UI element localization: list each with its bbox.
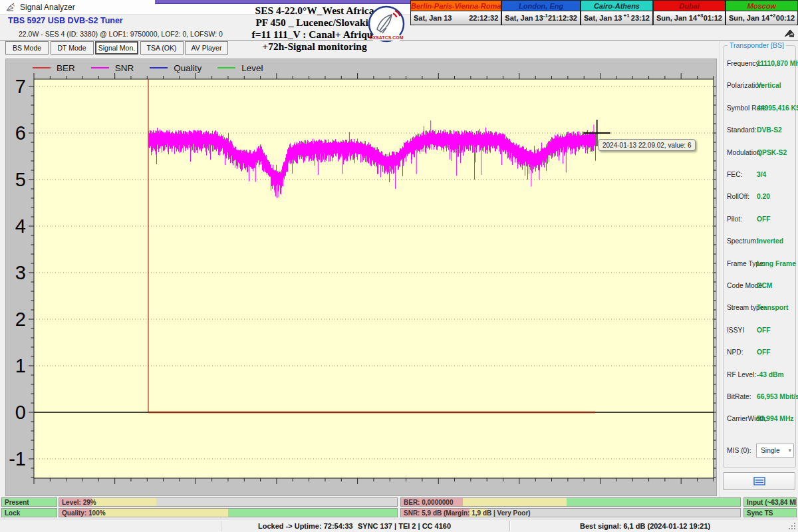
clock-time-text: 00:12 [776, 14, 795, 22]
transponder-row: Pilot:OFF [724, 215, 797, 225]
bar-label: Lock [5, 509, 20, 517]
mis-dropdown[interactable]: Single ▾ [756, 444, 794, 458]
transponder-row-label: ISSYI [727, 327, 744, 334]
chart-tooltip: 2024-01-13 22.09.02, value: 6 [598, 139, 696, 151]
transponder-row-value: 0.20 [757, 193, 770, 200]
clock-date-text: Sat, Jan 13 [584, 14, 622, 22]
monitoring-header: SES 4-22.0°W_West Africa PF 450 _ Lucene… [249, 5, 380, 53]
transponder-row-value: OFF [757, 348, 771, 356]
transponder-panel: Transponder [BS] Frequency:11110,870 MHz… [720, 41, 798, 497]
clock-time-text: 22:12:32 [469, 14, 498, 22]
transponder-row-value: Transport [757, 304, 789, 311]
transponder-row-value: OFF [757, 215, 771, 223]
chevron-down-icon: ▾ [788, 447, 791, 454]
statusbar-separator [509, 521, 510, 531]
clock-utc-offset: +3 [697, 13, 704, 19]
clock-utc-offset: -1 [543, 13, 548, 19]
tab-signal-mon-[interactable]: Signal Mon. [95, 41, 138, 55]
signal-chart-region: BERSNRQualityLevel -101234567 2024-01-13… [5, 59, 717, 496]
bar-segment [567, 498, 740, 506]
clock-date-text: Sun, Jan 14 [656, 14, 697, 22]
transponder-row: Polarization:Vertical [724, 82, 797, 91]
app-satellite-icon [5, 2, 16, 13]
transponder-row-value: DVB-S2 [757, 126, 782, 134]
bar-segment [92, 509, 228, 517]
transponder-row-value: Long Frame [757, 260, 796, 267]
statusbar-sync: SYNC 137 | TEI 2 | CC 4160 [358, 522, 451, 530]
header-line-2: PF 450 _ Lucenec/Slovakia [249, 17, 380, 29]
svg-text:1: 1 [15, 355, 26, 376]
transponder-row: Standard:DVB-S2 [724, 126, 797, 136]
clock-time-text: 23:12 [631, 14, 650, 22]
svg-text:6: 6 [15, 122, 26, 144]
bar-label: Level: 29% [62, 498, 96, 507]
bar-segment [228, 509, 397, 517]
transponder-row: Modulation:QPSK-S2 [724, 149, 797, 158]
clock-4: DubaiSun, Jan 14+301:12 [653, 1, 726, 25]
clock-datetime: Sun, Jan 14+301:12 [654, 11, 725, 25]
statusbar-separator [221, 521, 221, 531]
clock-datetime: Sat, Jan 13-121:12:32 [502, 11, 580, 25]
clock-date-text: Sun, Jan 14 [729, 14, 769, 22]
transponder-group-title: Transponder [BS] [728, 41, 786, 49]
tab-bs-mode[interactable]: BS Mode [5, 41, 49, 55]
transponder-row: RF Level:-43 dBm [724, 371, 797, 380]
transponder-row-value: CCM [757, 282, 772, 289]
clock-time-text: 01:12 [704, 14, 722, 22]
signal-chart-plot[interactable]: -101234567 [6, 59, 716, 495]
clock-city-label: Dubai [654, 1, 725, 11]
transponder-row: RollOff:0.20 [724, 193, 797, 202]
bar-label: Present [5, 498, 29, 507]
dxsatcs-logo: DXSATCS.COM [368, 5, 405, 43]
satellite-mini-icon [782, 27, 795, 39]
transponder-row-value: 53,994 MHz [757, 415, 794, 422]
transponder-row-value: Vertical [757, 82, 781, 89]
clock-datetime: Sun, Jan 14+200:12 [726, 11, 797, 25]
transponder-row: Stream type:Transport [724, 304, 797, 313]
clock-1: Berlin-Paris-Vienna-RomaSat, Jan 1322:12… [410, 1, 501, 25]
clock-time-text: 21:12:32 [548, 14, 577, 22]
header-line-1: SES 4-22.0°W_West Africa [249, 5, 380, 17]
transponder-row-value: 11110,870 MHz [757, 60, 798, 67]
monitor-bar-present: Present [1, 497, 57, 507]
tab-tsa-ok-[interactable]: TSA (OK) [140, 41, 184, 55]
monitor-bar-ber: BER: 0,0000000 [400, 497, 741, 507]
transponder-row-value: QPSK-S2 [757, 149, 787, 156]
clock-city-label: Berlin-Paris-Vienna-Roma [411, 1, 501, 11]
resize-grip-icon[interactable] [788, 522, 797, 531]
transponder-row-label: FEC: [727, 171, 742, 178]
transponder-row: CarrierWidth:53,994 MHz [724, 415, 797, 424]
transponder-row-label: RF Level: [727, 371, 756, 378]
statusbar-best-signal: Best signal: 6,1 dB (2024-01-12 19:21) [580, 522, 710, 530]
world-clocks: Berlin-Paris-Vienna-RomaSat, Jan 1322:12… [410, 0, 798, 25]
transponder-group: Transponder [BS] Frequency:11110,870 MHz… [723, 45, 796, 468]
monitor-bar-sync-ts: Sync TS [743, 508, 797, 517]
clock-utc-offset: +2 [769, 13, 776, 19]
transponder-row: Symbol Rate:44995,416 KS/s [724, 104, 797, 114]
transponder-row-value: Inverted [757, 237, 783, 245]
tab-dt-mode[interactable]: DT Mode [51, 41, 94, 55]
transponder-row-label: BitRate: [727, 393, 751, 400]
bar-label: SNR: 5,9 dB (Margin: 1,9 dB | Very Poor) [404, 509, 531, 517]
stream-list-button[interactable] [723, 472, 795, 490]
transponder-row-value: -43 dBm [757, 371, 784, 378]
svg-text:-1: -1 [9, 448, 26, 469]
header-subtitle: +72h-Signal monitoring [249, 41, 380, 53]
monitor-bar-input-63-84-mbps-: Input (~63,84 Mbps) [743, 497, 797, 507]
tuner-details: 22.0W - SES 4 (ID: 3380) @ LOF1: 9750000… [19, 30, 223, 38]
svg-text:7: 7 [15, 76, 26, 97]
tuner-name: TBS 5927 USB DVB-S2 Tuner [8, 16, 123, 25]
transponder-row-label: Spectrum: [727, 237, 758, 245]
clock-3: Cairo-AthensSat, Jan 13+123:12 [581, 1, 653, 25]
header-line-3: f=11 111_V : Canal+ Afrique [249, 29, 380, 41]
mis-selected-value: Single [761, 447, 780, 454]
clock-utc-offset: +1 [622, 13, 630, 19]
mode-tabs: BS ModeDT ModeSignal Mon.TSA (OK)AV Play… [5, 41, 228, 55]
monitor-bar-level: Level: 29% [59, 497, 398, 507]
transponder-row: FEC:3/4 [724, 171, 797, 180]
transponder-row: Spectrum:Inverted [724, 237, 797, 247]
transponder-row: Frequency:11110,870 MHz [724, 60, 797, 69]
clock-city-label: Moscow [726, 1, 797, 11]
tab-av-player[interactable]: AV Player [185, 41, 228, 55]
bar-label: BER: 0,0000000 [404, 498, 454, 507]
